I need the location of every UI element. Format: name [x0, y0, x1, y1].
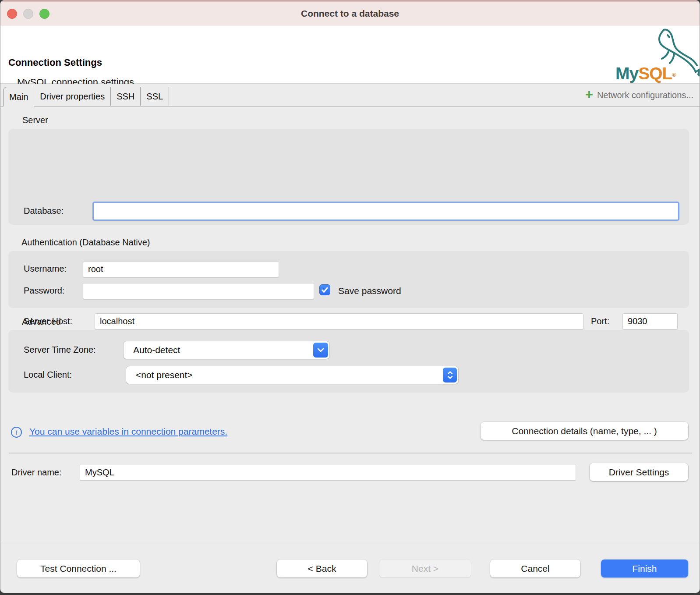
server-host-input[interactable] — [95, 313, 583, 329]
variables-help-link[interactable]: You can use variables in connection para… — [29, 426, 227, 437]
local-client-label: Local Client: — [24, 370, 72, 380]
mysql-wordmark: MySQL® — [615, 64, 676, 83]
titlebar: Connect to a database — [0, 0, 700, 25]
checkmark-icon — [320, 285, 330, 295]
auth-section-label: Authentication (Database Native) — [21, 237, 150, 248]
mysql-wordmark-my: My — [615, 64, 638, 83]
driver-divider — [9, 453, 692, 453]
username-input[interactable] — [83, 261, 279, 277]
database-label: Database: — [24, 206, 64, 216]
chevron-down-icon — [447, 375, 453, 379]
plus-icon: + — [585, 88, 593, 101]
chevron-up-icon — [447, 371, 453, 375]
advanced-panel: Server Time Zone: Auto-detect Local Clie… — [8, 330, 689, 393]
database-input[interactable] — [92, 202, 679, 221]
server-time-zone-label: Server Time Zone: — [24, 345, 96, 355]
auth-panel: Username: Password: Save password — [8, 251, 689, 308]
network-configurations-label: Network configurations... — [597, 90, 693, 100]
driver-settings-button[interactable]: Driver Settings — [590, 463, 688, 481]
page-title: Connection Settings — [8, 57, 102, 68]
registered-mark: ® — [672, 71, 676, 78]
network-configurations-link[interactable]: + Network configurations... — [585, 84, 693, 106]
mysql-wordmark-sql: SQL — [638, 64, 672, 83]
advanced-section-label: Advanced — [22, 317, 61, 327]
password-input[interactable] — [83, 283, 314, 299]
connect-dialog-window: Connect to a database Connection Setting… — [0, 0, 700, 593]
test-connection-button[interactable]: Test Connection ... — [17, 560, 140, 577]
driver-name-label: Driver name: — [11, 468, 61, 478]
local-client-value: <not present> — [126, 370, 458, 380]
server-time-zone-combo[interactable]: Auto-detect — [124, 341, 329, 359]
chevron-down-icon — [317, 348, 324, 352]
server-section-label: Server — [22, 115, 48, 125]
select-stepper-button[interactable] — [443, 368, 457, 382]
connection-details-button[interactable]: Connection details (name, type, ... ) — [481, 422, 688, 440]
port-input[interactable] — [622, 313, 678, 329]
port-label: Port: — [591, 316, 609, 326]
server-panel: Connect by: Host URL URL: Server Host: P… — [8, 129, 689, 225]
back-button[interactable]: < Back — [277, 560, 367, 577]
cancel-button[interactable]: Cancel — [490, 560, 580, 577]
tab-bar: Main Driver properties SSH SSL + Network… — [0, 84, 700, 106]
server-time-zone-value: Auto-detect — [124, 345, 329, 355]
driver-name-input[interactable] — [80, 464, 576, 481]
info-icon: i — [11, 427, 22, 438]
tab-ssl[interactable]: SSL — [141, 87, 169, 106]
tab-ssh[interactable]: SSH — [111, 87, 141, 106]
tab-driver-properties[interactable]: Driver properties — [34, 87, 111, 106]
footer-divider — [0, 543, 700, 543]
next-button: Next > — [379, 560, 471, 577]
finish-button[interactable]: Finish — [601, 560, 688, 577]
dialog-header: Connection Settings MySQL connection set… — [0, 25, 700, 84]
window-title: Connect to a database — [0, 2, 700, 25]
save-password-label[interactable]: Save password — [338, 286, 401, 296]
combo-dropdown-button[interactable] — [313, 343, 328, 358]
tab-main[interactable]: Main — [3, 87, 34, 106]
mysql-logo: MySQL® — [608, 25, 700, 83]
local-client-select[interactable]: <not present> — [126, 366, 458, 384]
username-label: Username: — [24, 264, 67, 274]
password-label: Password: — [24, 286, 64, 296]
save-password-checkbox[interactable] — [319, 284, 330, 295]
